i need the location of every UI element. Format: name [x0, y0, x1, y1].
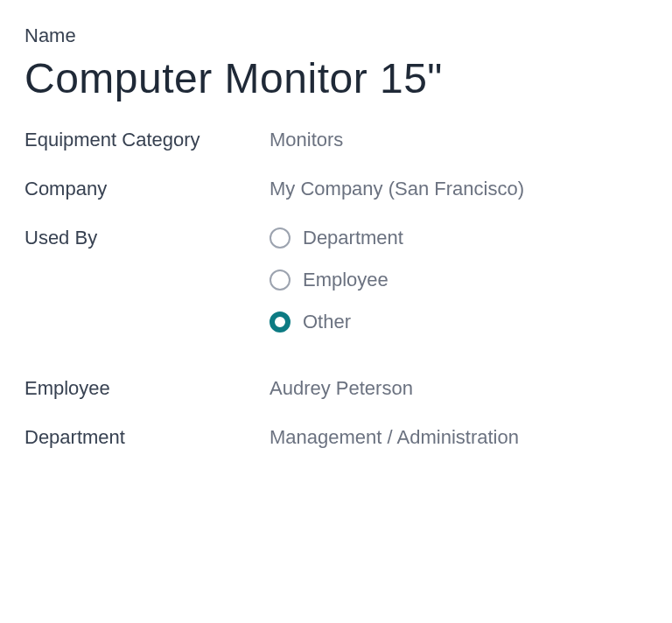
company-label: Company	[24, 178, 270, 200]
radio-icon-selected	[270, 312, 290, 332]
equipment-category-row: Equipment Category Monitors	[24, 129, 648, 151]
employee-label: Employee	[24, 377, 270, 400]
employee-value[interactable]: Audrey Peterson	[270, 377, 413, 400]
radio-option-employee[interactable]: Employee	[270, 269, 403, 291]
radio-label-employee: Employee	[303, 269, 388, 291]
name-value[interactable]: Computer Monitor 15"	[24, 54, 648, 102]
radio-icon	[270, 228, 290, 248]
radio-option-other[interactable]: Other	[270, 311, 403, 333]
employee-row: Employee Audrey Peterson	[24, 377, 648, 400]
department-label: Department	[24, 426, 270, 449]
used-by-row: Used By Department Employee Other	[24, 227, 648, 333]
radio-label-department: Department	[303, 227, 403, 249]
radio-label-other: Other	[303, 311, 351, 333]
department-row: Department Management / Administration	[24, 426, 648, 449]
radio-icon	[270, 270, 290, 290]
company-value[interactable]: My Company (San Francisco)	[270, 178, 524, 200]
department-value[interactable]: Management / Administration	[270, 426, 519, 449]
company-row: Company My Company (San Francisco)	[24, 178, 648, 200]
name-label: Name	[24, 24, 648, 47]
equipment-category-value[interactable]: Monitors	[270, 129, 343, 151]
equipment-category-label: Equipment Category	[24, 129, 270, 151]
radio-option-department[interactable]: Department	[270, 227, 403, 249]
used-by-radio-group: Department Employee Other	[270, 227, 403, 333]
used-by-label: Used By	[24, 227, 270, 249]
equipment-form: Name Computer Monitor 15" Equipment Cate…	[24, 24, 648, 475]
